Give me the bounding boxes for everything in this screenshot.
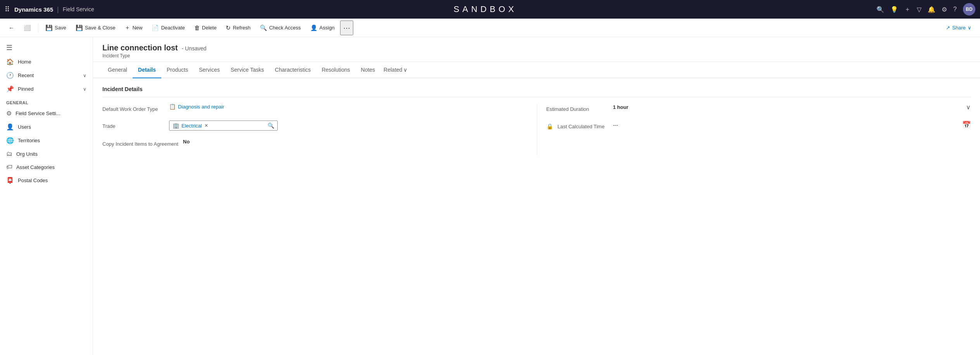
work-order-type-icon: 📋 xyxy=(169,103,176,110)
lightbulb-icon[interactable]: 💡 xyxy=(890,6,898,13)
delete-button[interactable]: 🗑 Delete xyxy=(190,22,221,33)
bell-icon[interactable]: 🔔 xyxy=(928,6,935,13)
search-icon[interactable]: 🔍 xyxy=(876,6,884,13)
save-button[interactable]: 💾 Save xyxy=(41,22,70,34)
sandbox-label: SANDBOX xyxy=(99,4,872,14)
save-close-icon: 💾 xyxy=(76,24,83,31)
new-window-icon: ⬜ xyxy=(24,24,31,31)
tab-details[interactable]: Details xyxy=(133,62,161,78)
check-access-button[interactable]: 🔍 Check Access xyxy=(256,22,305,34)
brand-separator: | xyxy=(57,5,59,14)
command-bar: ← ⬜ 💾 Save 💾 Save & Close ＋ New 📄 Deacti… xyxy=(0,19,980,37)
unsaved-badge: - Unsaved xyxy=(181,45,206,52)
tab-characteristics[interactable]: Characteristics xyxy=(270,62,316,78)
trade-remove-icon[interactable]: ✕ xyxy=(204,123,208,128)
trade-input[interactable]: 🏢 Electrical ✕ 🔍 xyxy=(169,121,278,131)
sidebar-item-label: Postal Codes xyxy=(18,178,48,183)
recent-icon: 🕐 xyxy=(6,72,14,79)
record-header: Line connection lost - Unsaved Incident … xyxy=(93,37,980,62)
duration-chevron-icon[interactable]: ∨ xyxy=(966,103,971,111)
estimated-duration-label: Estimated Duration xyxy=(546,103,608,113)
tab-service-tasks[interactable]: Service Tasks xyxy=(225,62,270,78)
grid-icon[interactable]: ⠿ xyxy=(5,5,10,14)
refresh-button[interactable]: ↻ Refresh xyxy=(222,22,254,34)
sidebar-item-label: Pinned xyxy=(18,86,33,92)
last-calculated-time-label: 🔒 Last Calculated Time xyxy=(546,121,608,131)
field-last-calculated-time: 🔒 Last Calculated Time --- 📅 xyxy=(546,121,971,131)
back-button[interactable]: ← xyxy=(5,22,18,33)
filter-icon[interactable]: ▽ xyxy=(917,6,921,13)
tab-notes[interactable]: Notes xyxy=(356,62,381,78)
trade-icon: 🏢 xyxy=(173,122,179,129)
sidebar-item-territories[interactable]: 🌐 Territories xyxy=(0,134,93,147)
save-close-label: Save & Close xyxy=(85,25,116,31)
top-navigation: ⠿ Dynamics 365 | Field Service SANDBOX 🔍… xyxy=(0,0,980,19)
help-icon[interactable]: ? xyxy=(953,6,957,13)
sidebar-item-postal-codes[interactable]: 📮 Postal Codes xyxy=(0,174,93,187)
deactivate-label: Deactivate xyxy=(161,25,185,31)
field-copy-incident-items: Copy Incident Items to Agreement No xyxy=(102,138,527,148)
trade-value: 🏢 Electrical ✕ 🔍 xyxy=(169,121,527,131)
more-button[interactable]: ⋯ xyxy=(340,21,353,35)
last-calc-label-row: 🔒 Last Calculated Time xyxy=(546,123,608,131)
refresh-label: Refresh xyxy=(233,25,251,31)
form-section: Incident Details Default Work Order Type… xyxy=(93,78,980,163)
refresh-icon: ↻ xyxy=(226,24,231,31)
trade-tag: Electrical xyxy=(181,123,202,129)
tab-products[interactable]: Products xyxy=(161,62,194,78)
share-label: Share xyxy=(952,25,966,31)
trade-search-icon[interactable]: 🔍 xyxy=(268,122,274,129)
tab-related[interactable]: Related ∨ xyxy=(380,62,410,78)
section-title: Incident Details xyxy=(102,86,971,97)
sidebar-item-users[interactable]: 👤 Users xyxy=(0,120,93,134)
recent-expand-icon: ∨ xyxy=(83,73,86,78)
form-grid: Default Work Order Type 📋 Diagnosis and … xyxy=(102,103,971,155)
share-icon: ↗ xyxy=(946,25,950,31)
sidebar-item-home[interactable]: 🏠 Home xyxy=(0,55,93,69)
tab-resolutions[interactable]: Resolutions xyxy=(316,62,355,78)
check-access-label: Check Access xyxy=(269,25,301,31)
add-icon[interactable]: ＋ xyxy=(904,5,911,14)
tab-services[interactable]: Services xyxy=(194,62,225,78)
field-trade: Trade 🏢 Electrical ✕ 🔍 xyxy=(102,121,527,131)
save-close-button[interactable]: 💾 Save & Close xyxy=(72,22,119,34)
lock-icon: 🔒 xyxy=(546,123,553,131)
related-chevron-icon: ∨ xyxy=(403,67,407,73)
tab-general[interactable]: General xyxy=(102,62,133,78)
deactivate-button[interactable]: 📄 Deactivate xyxy=(148,22,188,34)
sidebar-item-asset-categories[interactable]: 🏷 Asset Categories xyxy=(0,160,93,174)
sidebar-item-pinned[interactable]: 📌 Pinned ∨ xyxy=(0,82,93,96)
pinned-icon: 📌 xyxy=(6,85,14,93)
settings-icon[interactable]: ⚙ xyxy=(942,6,947,13)
sidebar-item-field-service-settings[interactable]: ⚙ Field Service Setti... xyxy=(0,107,93,120)
share-button[interactable]: ↗ Share ∨ xyxy=(942,22,975,33)
duration-value: 1 hour xyxy=(613,104,629,110)
settings-icon: ⚙ xyxy=(6,110,12,117)
top-nav-actions: 🔍 💡 ＋ ▽ 🔔 ⚙ ? BD xyxy=(876,3,975,16)
sidebar-item-label: Recent xyxy=(18,72,34,78)
asset-categories-icon: 🏷 xyxy=(6,164,12,171)
sidebar-hamburger[interactable]: ☰ xyxy=(0,40,93,55)
org-units-icon: 🗂 xyxy=(6,150,12,157)
sidebar-item-recent[interactable]: 🕐 Recent ∨ xyxy=(0,69,93,82)
calendar-icon[interactable]: 📅 xyxy=(962,121,971,129)
work-order-type-link[interactable]: 📋 Diagnosis and repair xyxy=(169,103,527,110)
sidebar-item-label: Field Service Setti... xyxy=(16,110,60,116)
back-icon: ← xyxy=(9,24,14,31)
default-work-order-type-label: Default Work Order Type xyxy=(102,103,164,113)
duration-row: 1 hour ∨ xyxy=(613,103,971,111)
users-icon: 👤 xyxy=(6,123,14,131)
tab-bar: General Details Products Services Servic… xyxy=(93,62,980,78)
sidebar-item-label: Territories xyxy=(18,138,40,143)
main-content: Line connection lost - Unsaved Incident … xyxy=(93,37,980,355)
avatar[interactable]: BD xyxy=(963,3,975,16)
cmd-right-area: ↗ Share ∨ xyxy=(942,22,975,33)
new-button[interactable]: ＋ New xyxy=(121,22,146,34)
sidebar-item-org-units[interactable]: 🗂 Org Units xyxy=(0,147,93,160)
home-icon: 🏠 xyxy=(6,58,14,65)
share-chevron-icon: ∨ xyxy=(968,25,971,31)
new-window-button[interactable]: ⬜ xyxy=(20,22,35,34)
postal-codes-icon: 📮 xyxy=(6,177,14,184)
assign-button[interactable]: 👤 Assign xyxy=(306,22,339,34)
delete-label: Delete xyxy=(202,25,217,31)
